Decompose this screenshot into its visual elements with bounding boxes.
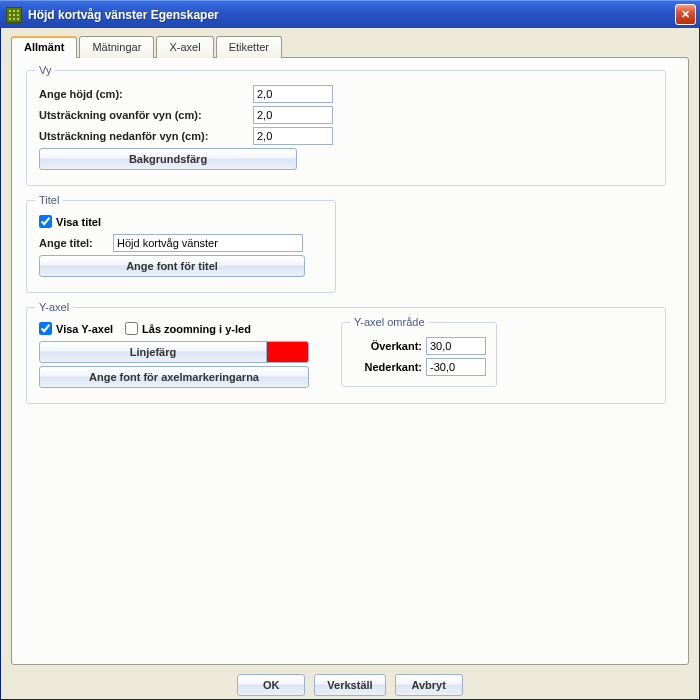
app-icon — [6, 7, 22, 23]
title-text-label: Ange titel: — [39, 237, 113, 249]
lock-zoom-checkbox-wrap[interactable]: Lås zoomning i y-led — [125, 322, 251, 335]
apply-button[interactable]: Verkställ — [314, 674, 385, 696]
tab-etiketter[interactable]: Etiketter — [216, 36, 282, 58]
height-label: Ange höjd (cm): — [39, 88, 253, 100]
bgcolor-button[interactable]: Bakgrundsfärg — [39, 148, 297, 170]
extent-below-input[interactable] — [253, 127, 333, 145]
show-title-checkbox-wrap[interactable]: Visa titel — [39, 215, 101, 228]
linecolor-button[interactable]: Linjefärg — [39, 341, 267, 363]
cancel-button[interactable]: Avbryt — [395, 674, 463, 696]
show-yaxis-checkbox-wrap[interactable]: Visa Y-axel — [39, 322, 113, 335]
group-vy: Vy Ange höjd (cm): Utsträckning ovanför … — [26, 70, 666, 186]
tab-panel: Vy Ange höjd (cm): Utsträckning ovanför … — [11, 57, 689, 665]
show-yaxis-checkbox[interactable] — [39, 322, 52, 335]
tab-xaxel[interactable]: X-axel — [156, 36, 213, 58]
extent-above-input[interactable] — [253, 106, 333, 124]
close-button[interactable] — [675, 4, 696, 25]
range-top-input[interactable] — [426, 337, 486, 355]
range-bottom-label: Nederkant: — [352, 361, 422, 373]
extent-above-label: Utsträckning ovanför vyn (cm): — [39, 109, 253, 121]
tab-allmant[interactable]: Allmänt — [11, 36, 77, 58]
group-titel-legend: Titel — [35, 194, 63, 206]
show-title-checkbox[interactable] — [39, 215, 52, 228]
height-input[interactable] — [253, 85, 333, 103]
extent-below-label: Utsträckning nedanför vyn (cm): — [39, 130, 253, 142]
group-yaxis-range: Y-axel område Överkant: Nederkant: — [341, 322, 497, 387]
window-title: Höjd kortvåg vänster Egenskaper — [28, 8, 675, 22]
group-yaxis-legend: Y-axel — [35, 301, 73, 313]
axis-font-button[interactable]: Ange font för axelmarkeringarna — [39, 366, 309, 388]
group-yaxis: Y-axel Visa Y-axel Lås zoomning i y-led — [26, 307, 666, 404]
title-font-button[interactable]: Ange font för titel — [39, 255, 305, 277]
linecolor-swatch[interactable] — [267, 341, 309, 363]
lock-zoom-checkbox[interactable] — [125, 322, 138, 335]
range-top-label: Överkant: — [352, 340, 422, 352]
dialog-footer: OK Verkställ Avbryt — [11, 674, 689, 696]
show-title-label: Visa titel — [56, 216, 101, 228]
show-yaxis-label: Visa Y-axel — [56, 323, 113, 335]
group-yaxis-range-legend: Y-axel område — [350, 316, 429, 328]
group-vy-legend: Vy — [35, 64, 55, 76]
group-titel: Titel Visa titel Ange titel: Ange font f… — [26, 200, 336, 293]
tab-strip: Allmänt Mätningar X-axel Etiketter — [11, 36, 689, 58]
title-text-input[interactable] — [113, 234, 303, 252]
tab-matningar[interactable]: Mätningar — [79, 36, 154, 58]
ok-button[interactable]: OK — [237, 674, 305, 696]
range-bottom-input[interactable] — [426, 358, 486, 376]
window-body: Allmänt Mätningar X-axel Etiketter Vy An… — [0, 28, 700, 700]
lock-zoom-label: Lås zoomning i y-led — [142, 323, 251, 335]
title-bar: Höjd kortvåg vänster Egenskaper — [0, 0, 700, 28]
